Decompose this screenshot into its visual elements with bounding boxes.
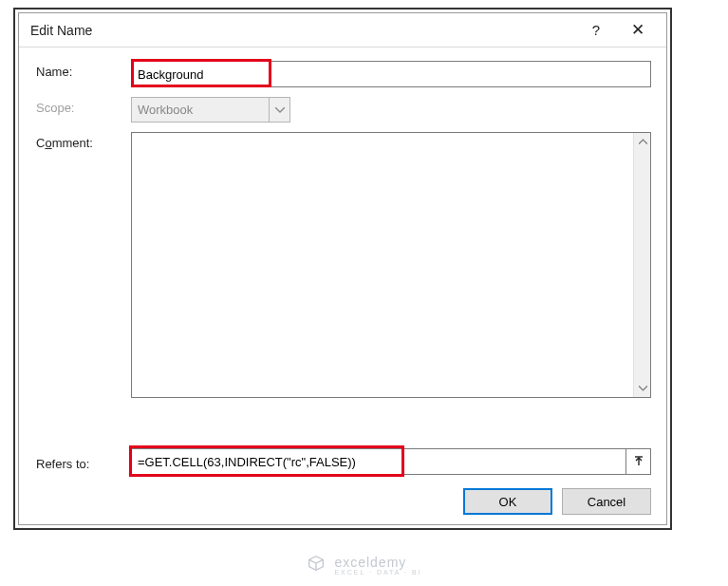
watermark-tagline: EXCEL · DATA · BI	[334, 569, 421, 576]
collapse-dialog-button[interactable]	[626, 448, 651, 475]
comment-label: Comment:	[36, 132, 131, 150]
comment-scrollbar[interactable]	[633, 133, 650, 397]
screenshot-frame: Edit Name ? ✕ Name:	[13, 8, 672, 530]
refers-to-row: Refers to:	[36, 448, 651, 475]
dialog-buttons: OK Cancel	[36, 488, 651, 515]
scope-input-col: Workbook	[131, 97, 651, 123]
logo-icon	[306, 553, 327, 577]
refers-to-input-wrap	[131, 448, 651, 475]
dialog-title: Edit Name	[30, 23, 575, 38]
scope-value: Workbook	[138, 103, 193, 117]
name-label: Name:	[36, 61, 131, 79]
close-icon: ✕	[631, 20, 644, 40]
name-input-col	[131, 61, 651, 87]
cancel-button[interactable]: Cancel	[562, 488, 651, 515]
name-input[interactable]	[131, 61, 651, 87]
refers-to-input[interactable]	[131, 448, 626, 475]
close-button[interactable]: ✕	[617, 16, 659, 45]
chevron-down-icon	[269, 98, 289, 122]
titlebar: Edit Name ? ✕	[19, 13, 666, 47]
ok-button[interactable]: OK	[463, 488, 552, 515]
scope-label: Scope:	[36, 97, 131, 115]
refers-to-label: Refers to:	[36, 453, 131, 471]
name-row: Name:	[36, 61, 651, 87]
help-button[interactable]: ?	[575, 16, 617, 45]
comment-input-col	[131, 132, 651, 398]
watermark-brand: exceldemy	[334, 555, 421, 570]
edit-name-dialog: Edit Name ? ✕ Name:	[18, 12, 667, 525]
watermark: exceldemy EXCEL · DATA · BI	[0, 553, 728, 577]
scope-row: Scope: Workbook	[36, 97, 651, 123]
scope-select: Workbook	[131, 97, 290, 123]
collapse-icon	[633, 456, 644, 467]
comment-row: Comment:	[36, 132, 651, 427]
scroll-down-icon[interactable]	[634, 380, 651, 397]
dialog-body: Name: Scope: Workbook	[19, 47, 666, 524]
scroll-up-icon[interactable]	[634, 133, 651, 150]
help-icon: ?	[592, 22, 600, 38]
comment-textarea[interactable]	[131, 132, 651, 398]
